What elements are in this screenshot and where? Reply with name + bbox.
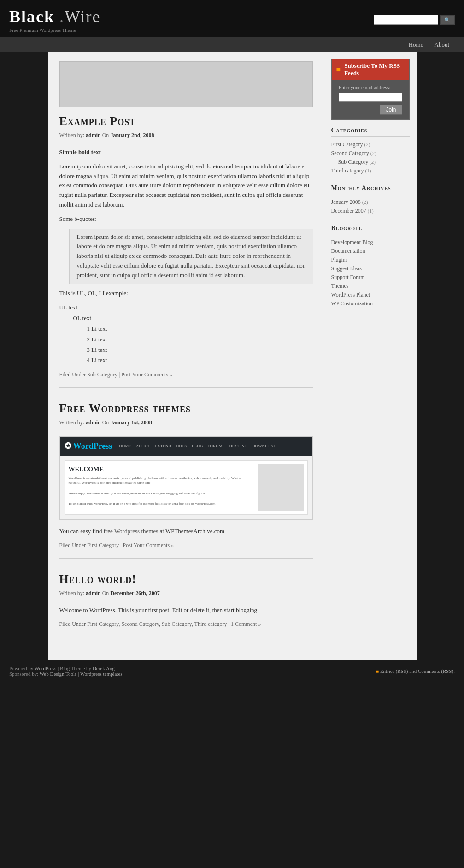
post-1-blockquote: Lorem ipsum dolor sit amet, consectetur … xyxy=(69,229,313,284)
post-1-meta: Written by: admin On January 2nd, 2008 xyxy=(59,132,313,142)
post-1-category-link[interactable]: Sub Category xyxy=(87,371,117,378)
cat-second-link[interactable]: Second Category xyxy=(331,150,369,156)
post-3-date: December 26th, 2007 xyxy=(110,590,159,596)
post-1-date: January 2nd, 2008 xyxy=(110,132,154,138)
footer-powered: Powered by WordPress | Blog Theme by Der… xyxy=(9,666,123,671)
post-3-cat3[interactable]: Sub Category xyxy=(162,621,192,627)
post-1-bquotes-label: Some b-quotes: xyxy=(59,214,313,224)
cat-first: First Category (2) xyxy=(331,140,410,149)
archives-list: January 2008 (2) December 2007 (1) xyxy=(331,198,410,215)
blogroll-suggest-link[interactable]: Suggest Ideas xyxy=(331,265,362,272)
sidebar: ■ Subscribe To My RSS Feeds Enter your e… xyxy=(324,52,417,660)
post-2-comment-link[interactable]: Post Your Comments » xyxy=(123,542,174,548)
archive-jan-link[interactable]: January 2008 xyxy=(331,199,361,205)
email-input[interactable] xyxy=(339,93,402,102)
post-3-text: Welcome to WordPress. This is your first… xyxy=(59,606,313,615)
categories-title: Categories xyxy=(331,127,410,137)
post-2-meta: Written by: admin On January 1st, 2008 xyxy=(59,419,313,429)
wordpress-screenshot: ✪ WordPress HOME ABOUT EXTEND DOCS BLOG … xyxy=(59,436,313,520)
join-button[interactable]: Join xyxy=(380,105,402,115)
footer-entries-link[interactable]: Entries (RSS) xyxy=(380,668,408,674)
footer-wp-link[interactable]: WordPress xyxy=(35,666,56,671)
wp-nav-blog: BLOG xyxy=(192,443,203,449)
post-3-cat1[interactable]: First Category xyxy=(87,621,118,627)
post-2-author: admin xyxy=(86,419,101,426)
blogroll-dev-link[interactable]: Development Blog xyxy=(331,239,373,245)
post-1-bold: Simple bold text xyxy=(59,148,313,157)
wp-nav-extend: EXTEND xyxy=(155,443,171,449)
blogroll-wp-planet: WordPress Planet xyxy=(331,291,410,299)
main-wrapper: Example Post Written by: admin On Januar… xyxy=(48,52,417,660)
blogroll-docs-link[interactable]: Documentation xyxy=(331,248,365,254)
nav-about[interactable]: About xyxy=(429,37,455,52)
blogroll-wp-custom-link[interactable]: WP Customization xyxy=(331,300,373,307)
post-2-filed: Filed Under First Category | Post Your C… xyxy=(59,542,313,549)
ul-item: UL text xyxy=(59,303,313,313)
blogroll-support-link[interactable]: Support Forum xyxy=(331,274,365,280)
post-3-cat2[interactable]: Second Category xyxy=(121,621,159,627)
archive-dec-link[interactable]: December 2007 xyxy=(331,208,366,214)
blogroll-plugins-link[interactable]: Plugins xyxy=(331,256,348,263)
blogroll-list: Development Blog Documentation Plugins S… xyxy=(331,238,410,308)
wp-welcome-text2: More simply, WordPress is what you use w… xyxy=(69,492,253,496)
footer-rss-icon: ■ xyxy=(376,669,379,674)
wp-nav-download: DOWNLOAD xyxy=(252,443,276,449)
title-wire: Wire xyxy=(65,7,101,26)
archive-dec: December 2007 (1) xyxy=(331,207,410,215)
blogroll-themes-link[interactable]: Themes xyxy=(331,283,349,289)
search-input[interactable] xyxy=(374,15,438,25)
main-navigation: Home About xyxy=(0,37,464,52)
footer-comments-link[interactable]: Comments (RSS) xyxy=(418,668,453,674)
post-3-cat4[interactable]: Third category xyxy=(194,621,227,627)
wp-themes-link[interactable]: Wordpress themes xyxy=(114,528,158,535)
cat-sub: Sub Category (2) xyxy=(331,158,410,166)
site-tagline: Free Premium Wordpress Theme xyxy=(9,27,101,33)
post-1-title: Example Post xyxy=(59,114,313,128)
post-3-meta: Written by: admin On December 26th, 2007 xyxy=(59,590,313,600)
post-3-body: Welcome to WordPress. This is your first… xyxy=(59,606,313,615)
post-1-filed: Filed Under Sub Category | Post Your Com… xyxy=(59,371,313,378)
footer-wdt-link[interactable]: Web Design Tools xyxy=(40,671,77,677)
cat-first-link[interactable]: First Category xyxy=(331,141,363,148)
site-footer: Powered by WordPress | Blog Theme by Der… xyxy=(0,660,464,682)
cat-sub-link[interactable]: Sub Category xyxy=(338,159,369,165)
wp-welcome: WELCOME WordPress is a state-of-the-art … xyxy=(65,460,308,515)
wp-logo: ✪ WordPress xyxy=(65,440,112,453)
blogroll-dev: Development Blog xyxy=(331,238,410,247)
post-2-category-link[interactable]: First Category xyxy=(87,542,119,548)
archives-title: Monthly Archives xyxy=(331,184,410,194)
post-3-title: Hello world! xyxy=(59,572,313,586)
footer-rss: ■ Entries (RSS) and Comments (RSS). xyxy=(376,668,455,674)
archives-section: Monthly Archives January 2008 (2) Decemb… xyxy=(331,184,410,215)
categories-section: Categories First Category (2) Second Cat… xyxy=(331,127,410,175)
cat-second: Second Category (2) xyxy=(331,149,410,158)
footer-derek-link[interactable]: Derek Ang xyxy=(93,666,115,671)
search-button[interactable]: 🔍 xyxy=(440,15,455,25)
post-3-author: admin xyxy=(86,590,101,596)
wp-nav-home: HOME xyxy=(119,443,131,449)
wp-nav-docs: DOCS xyxy=(176,443,187,449)
footer-wpt-link[interactable]: Wordpress templates xyxy=(80,671,123,677)
main-content: Example Post Written by: admin On Januar… xyxy=(48,52,324,660)
post-1-list: UL text OL text 1 Li text 2 Li text 3 Li… xyxy=(59,303,313,366)
blogroll-themes: Themes xyxy=(331,282,410,291)
post-1-para: Lorem ipsum dolor sit amet, consectetur … xyxy=(59,162,313,210)
post-3: Hello world! Written by: admin On Decemb… xyxy=(59,572,313,637)
categories-list: First Category (2) Second Category (2) S… xyxy=(331,140,410,175)
wp-welcome-text1: WordPress is a state-of-the-art semantic… xyxy=(69,476,253,486)
post-1-comment-link[interactable]: Post Your Comments » xyxy=(121,371,172,378)
footer-left: Powered by WordPress | Blog Theme by Der… xyxy=(9,666,123,677)
site-title: Black .Wire xyxy=(9,7,101,26)
wp-nav-hosting: HOSTING xyxy=(229,443,247,449)
blogroll-support: Support Forum xyxy=(331,273,410,282)
blogroll-wp-planet-link[interactable]: WordPress Planet xyxy=(331,291,370,298)
site-header: Black .Wire Free Premium Wordpress Theme… xyxy=(0,0,464,37)
wp-nav-about: ABOUT xyxy=(136,443,150,449)
title-black: Black xyxy=(9,7,54,26)
cat-third-link[interactable]: Third category xyxy=(331,167,364,174)
post-1-author: admin xyxy=(86,132,101,138)
post-3-comment-link[interactable]: 1 Comment » xyxy=(231,621,261,627)
blogroll-wp-custom: WP Customization xyxy=(331,299,410,308)
blogroll-plugins: Plugins xyxy=(331,256,410,264)
nav-home[interactable]: Home xyxy=(403,37,429,52)
